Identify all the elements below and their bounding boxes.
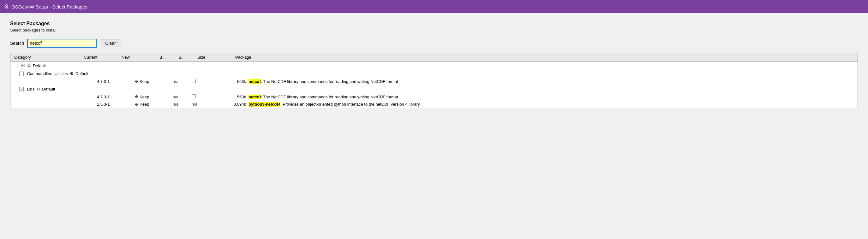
group-row-libs: − Libs ⚙ Default: [10, 85, 858, 93]
clear-button[interactable]: Clear: [100, 39, 121, 47]
cell-new-1: ⚙ Keep: [133, 79, 172, 84]
cell-b-1: n/a: [172, 79, 190, 84]
cell-s-2: [190, 94, 209, 99]
title-bar-text: OSGeo4W Setup - Select Packages: [11, 4, 88, 9]
cell-new-3: ⚙ Keep: [133, 102, 172, 107]
page-subtitle: Select packages to install: [10, 28, 858, 32]
expand-icon-all[interactable]: −: [13, 64, 18, 68]
main-content: Select Packages Select packages to insta…: [0, 13, 868, 116]
table-row: 1.5.3-1 ⚙ Keep n/a n/a 3,094k python3-ne…: [10, 101, 858, 108]
group-row-cmdline: − Commandline_Utilities ⚙ Default: [10, 70, 858, 77]
keep-icon-2: ⚙: [135, 95, 138, 99]
cell-b-2: n/a: [172, 95, 190, 99]
search-label: Search: [10, 41, 24, 46]
keep-label-3: Keep: [140, 102, 149, 107]
col-category: Category: [13, 55, 83, 60]
col-current: Current: [83, 55, 120, 60]
checkbox-2[interactable]: [192, 94, 196, 98]
expand-icon-libs[interactable]: −: [19, 87, 24, 92]
expand-icon-cmdline[interactable]: −: [19, 72, 24, 76]
cell-package-1: netcdf: The NetCDF library and commands …: [247, 79, 855, 84]
col-size: Size: [196, 55, 234, 60]
cell-size-1: 563k: [209, 79, 247, 84]
col-b: B...: [158, 55, 177, 60]
cell-package-3: python3-netcdf4: Provides an object-orie…: [247, 102, 855, 107]
group-suffix-libs: Default: [42, 87, 55, 92]
title-bar-icon: ⚙: [4, 3, 9, 10]
cell-current-2: 4.7.3-1: [96, 95, 133, 99]
keep-label-2: Keep: [140, 95, 149, 99]
group-suffix-all: Default: [33, 63, 46, 68]
gear-icon-all: ⚙: [27, 63, 31, 68]
cell-current-3: 1.5.3-1: [96, 102, 133, 107]
group-suffix-cmdline: Default: [75, 71, 88, 76]
cell-package-2: netcdf: The NetCDF library and commands …: [247, 95, 855, 99]
package-rest-1: : The NetCDF library and commands for re…: [261, 79, 398, 84]
highlight-3: python3-netcdf4: [248, 102, 280, 107]
group-label-all: All: [21, 63, 25, 68]
highlight-2: netcdf: [248, 95, 261, 99]
title-bar: ⚙ OSGeo4W Setup - Select Packages: [0, 0, 868, 13]
package-rest-3: : Provides an object-oriented python int…: [280, 102, 421, 107]
gear-icon-cmdline: ⚙: [70, 71, 73, 76]
search-input[interactable]: [27, 39, 97, 47]
cell-b-3: n/a: [172, 102, 190, 107]
checkbox-1[interactable]: [192, 79, 196, 83]
col-new: New: [120, 55, 158, 60]
group-row-all: − All ⚙ Default: [10, 62, 858, 70]
keep-icon-3: ⚙: [135, 102, 138, 107]
table-body: − All ⚙ Default − Commandline_Utilities …: [10, 62, 858, 108]
highlight-1: netcdf: [248, 79, 261, 84]
cell-size-2: 563k: [209, 95, 247, 99]
cell-new-2: ⚙ Keep: [133, 95, 172, 99]
page-title: Select Packages: [10, 21, 858, 27]
cell-size-3: 3,094k: [209, 102, 247, 107]
package-table: Category Current New B... S... Size Pack…: [10, 53, 858, 108]
table-header: Category Current New B... S... Size Pack…: [10, 53, 858, 62]
group-label-libs: Libs: [27, 87, 34, 92]
gear-icon-libs: ⚙: [36, 87, 40, 92]
col-s: S...: [177, 55, 196, 60]
group-label-cmdline: Commandline_Utilities: [27, 71, 68, 76]
table-row: 4.7.3-1 ⚙ Keep n/a 563k netcdf: The NetC…: [10, 77, 858, 85]
cell-s-1: [190, 79, 209, 84]
cell-s-3: n/a: [190, 102, 209, 107]
cell-current-1: 4.7.3-1: [96, 79, 133, 84]
search-row: Search Clear: [10, 39, 858, 47]
col-package: Package: [234, 55, 855, 60]
package-rest-2: : The NetCDF library and commands for re…: [261, 95, 398, 99]
table-row: 4.7.3-1 ⚙ Keep n/a 563k netcdf: The NetC…: [10, 93, 858, 101]
keep-label-1: Keep: [140, 79, 149, 84]
keep-icon-1: ⚙: [135, 79, 138, 83]
